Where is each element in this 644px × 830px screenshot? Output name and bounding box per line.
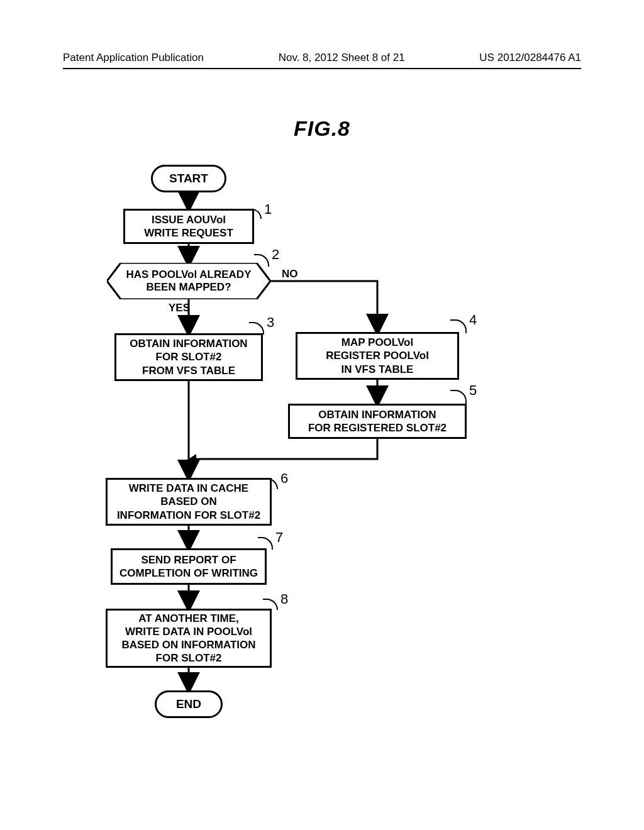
end-label: END bbox=[176, 697, 201, 711]
process-step-4: MAP POOLVol REGISTER POOLVol IN VFS TABL… bbox=[296, 332, 459, 380]
step8-text: AT ANOTHER TIME, WRITE DATA IN POOLVol B… bbox=[121, 612, 255, 665]
process-step-6: WRITE DATA IN CACHE BASED ON INFORMATION… bbox=[106, 478, 272, 526]
header-center: Nov. 8, 2012 Sheet 8 of 21 bbox=[279, 52, 405, 64]
ref-num-6: 6 bbox=[280, 470, 288, 487]
branch-no-label: NO bbox=[282, 268, 298, 280]
ref-num-4: 4 bbox=[469, 312, 477, 328]
process-step-1: ISSUE AOUVol WRITE REQUEST bbox=[123, 209, 254, 244]
step3-text: OBTAIN INFORMATION FOR SLOT#2 FROM VFS T… bbox=[130, 337, 247, 377]
connector-lines bbox=[0, 157, 644, 786]
header-right: US 2012/0284476 A1 bbox=[479, 52, 581, 64]
ref-num-5: 5 bbox=[469, 382, 477, 399]
process-step-7: SEND REPORT OF COMPLETION OF WRITING bbox=[111, 548, 267, 585]
header-rule bbox=[63, 68, 581, 69]
ref-num-8: 8 bbox=[280, 591, 288, 607]
ref-num-7: 7 bbox=[275, 529, 283, 546]
process-step-5: OBTAIN INFORMATION FOR REGISTERED SLOT#2 bbox=[288, 404, 467, 439]
step4-text: MAP POOLVol REGISTER POOLVol IN VFS TABL… bbox=[326, 336, 429, 376]
ref-num-3: 3 bbox=[267, 314, 274, 331]
ref-num-1: 1 bbox=[264, 201, 272, 218]
terminator-start: START bbox=[151, 165, 226, 192]
terminator-end: END bbox=[155, 690, 223, 718]
header-left: Patent Application Publication bbox=[63, 52, 204, 64]
decision-text: HAS POOLVol ALREADY BEEN MAPPED? bbox=[126, 268, 252, 294]
process-step-8: AT ANOTHER TIME, WRITE DATA IN POOLVol B… bbox=[106, 609, 272, 668]
step6-text: WRITE DATA IN CACHE BASED ON INFORMATION… bbox=[117, 482, 260, 522]
step7-text: SEND REPORT OF COMPLETION OF WRITING bbox=[119, 553, 258, 580]
start-label: START bbox=[169, 172, 208, 185]
ref-num-2: 2 bbox=[272, 246, 279, 263]
step1-text: ISSUE AOUVol WRITE REQUEST bbox=[144, 213, 233, 240]
branch-yes-label: YES bbox=[169, 302, 190, 314]
decision-step-2: HAS POOLVol ALREADY BEEN MAPPED? bbox=[107, 263, 270, 299]
figure-title: FIG.8 bbox=[0, 116, 644, 141]
process-step-3: OBTAIN INFORMATION FOR SLOT#2 FROM VFS T… bbox=[114, 333, 263, 381]
step5-text: OBTAIN INFORMATION FOR REGISTERED SLOT#2 bbox=[308, 408, 447, 435]
flowchart-canvas: START ISSUE AOUVol WRITE REQUEST 1 HAS P… bbox=[0, 157, 644, 786]
page-header: Patent Application Publication Nov. 8, 2… bbox=[0, 52, 644, 64]
svg-marker-9 bbox=[189, 454, 196, 464]
